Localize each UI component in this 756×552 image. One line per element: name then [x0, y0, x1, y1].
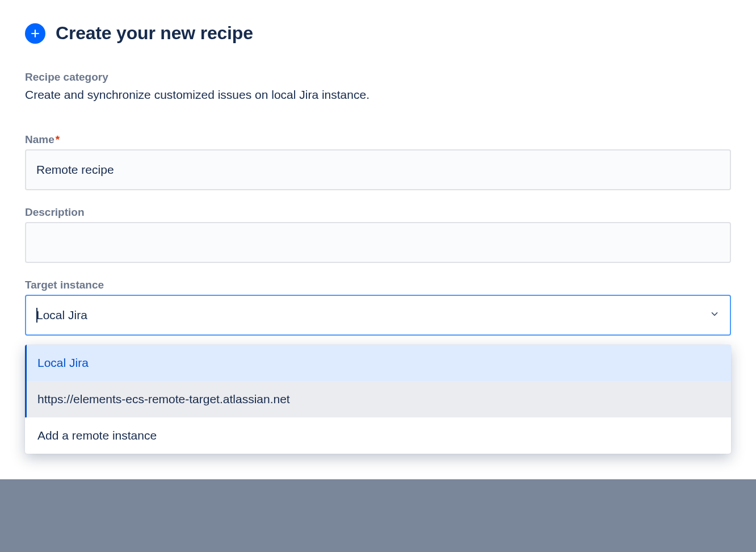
dropdown-option-remote-url[interactable]: https://elements-ecs-remote-target.atlas…: [25, 381, 731, 417]
name-input[interactable]: [25, 149, 731, 190]
target-instance-dropdown: Local Jira https://elements-ecs-remote-t…: [25, 345, 731, 454]
target-instance-select[interactable]: Local Jira: [25, 295, 731, 336]
target-instance-value: Local Jira: [36, 308, 87, 321]
recipe-category-section: Recipe category Create and synchronize c…: [25, 71, 731, 102]
description-field-section: Description: [25, 206, 731, 263]
name-field-section: Name*: [25, 133, 731, 190]
recipe-category-description: Create and synchronize customized issues…: [25, 88, 731, 102]
plus-icon: [25, 23, 45, 44]
text-cursor: [36, 308, 37, 323]
footer-band: [0, 479, 756, 552]
dropdown-option-local-jira[interactable]: Local Jira: [25, 345, 731, 381]
required-indicator: *: [56, 133, 60, 145]
target-instance-section: Target instance Local Jira Local Jira: [25, 279, 731, 336]
description-label: Description: [25, 206, 731, 219]
dropdown-option-add-remote[interactable]: Add a remote instance: [25, 417, 731, 454]
name-label: Name*: [25, 133, 731, 146]
page-header: Create your new recipe: [25, 23, 731, 44]
target-instance-label: Target instance: [25, 279, 731, 291]
chevron-down-icon: [709, 308, 720, 322]
recipe-category-label: Recipe category: [25, 71, 731, 83]
page-title: Create your new recipe: [56, 23, 253, 44]
description-input[interactable]: [25, 222, 731, 263]
